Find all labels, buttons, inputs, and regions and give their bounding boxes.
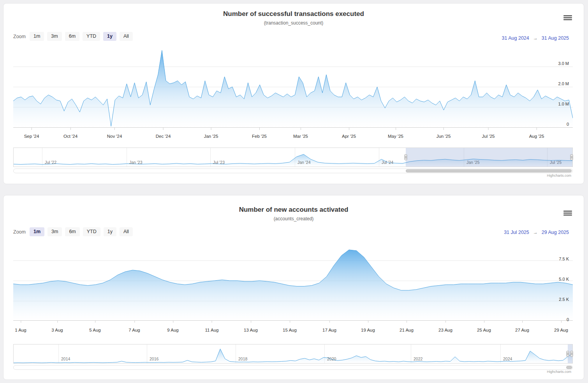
y-axis-label: 5.0 K (546, 277, 569, 281)
x-axis-label: 3 Aug (51, 328, 63, 332)
main-plot-area[interactable] (13, 46, 573, 128)
x-axis-label: 19 Aug (361, 328, 375, 332)
main-plot-area[interactable] (13, 242, 573, 321)
chart-title: Number of new accounts activated (4, 206, 584, 214)
range-from-input[interactable]: 31 Jul 2025 (504, 230, 529, 235)
chart-subtitle: (transaction_success_count) (4, 20, 584, 26)
x-axis-label: Aug '25 (529, 134, 544, 139)
navigator-label: 2016 (150, 357, 158, 361)
navigator-label: 2024 (503, 357, 512, 361)
zoom-button-1m[interactable]: 1m (30, 227, 44, 236)
date-range: 31 Jul 2025 → 29 Aug 2025 (504, 230, 569, 235)
highcharts-credits-link[interactable]: Highcharts.com (547, 370, 571, 374)
y-axis-label: 0 (546, 317, 569, 322)
navigator[interactable]: Jul '22 Jan '23 Jul '23 Jan '24 Jul '24 … (13, 148, 573, 167)
zoom-button-ytd[interactable]: YTD (83, 32, 100, 41)
zoom-button-6m[interactable]: 6m (65, 227, 79, 236)
x-axis-label: 23 Aug (438, 328, 452, 332)
y-axis-label: 2.5 K (546, 297, 569, 302)
zoom-button-6m[interactable]: 6m (65, 32, 79, 41)
x-axis-label: May '25 (388, 134, 403, 139)
x-axis-label: Nov '24 (107, 134, 122, 139)
x-axis-label: Dec '24 (156, 134, 171, 139)
navigator-label: 2022 (414, 357, 423, 361)
scrollbar-thumb[interactable] (566, 366, 572, 369)
range-arrow: → (533, 35, 538, 41)
navigator-label: Jul '24 (382, 160, 393, 165)
y-axis-label: 1.0 M (546, 102, 569, 106)
navigator-right-handle[interactable] (570, 155, 573, 160)
zoom-button-1m[interactable]: 1m (30, 32, 44, 41)
range-to-input[interactable]: 29 Aug 2025 (542, 230, 569, 235)
navigator-selected-range[interactable] (406, 148, 572, 167)
zoom-label: Zoom (13, 34, 26, 39)
navigator-label: Jan '24 (298, 160, 311, 165)
range-to-input[interactable]: 31 Aug 2025 (542, 35, 569, 41)
navigator-label: Jul '22 (45, 160, 56, 165)
chart-panel-accounts: Number of new accounts activated (accoun… (3, 195, 584, 380)
navigator-label: Jan '23 (129, 160, 143, 165)
zoom-button-1y[interactable]: 1y (104, 227, 116, 236)
x-axis-label: Jul '25 (482, 134, 495, 139)
range-from-input[interactable]: 31 Aug 2024 (502, 35, 529, 41)
y-axis-label: 2.0 M (546, 81, 569, 86)
scrollbar-track[interactable] (13, 169, 573, 173)
x-axis-label: 5 Aug (89, 328, 100, 332)
date-range: 31 Aug 2024 → 31 Aug 2025 (502, 35, 569, 41)
navigator-label: 2020 (327, 357, 336, 361)
area-series-accounts (13, 242, 573, 320)
x-axis-label: Sep '24 (24, 134, 39, 139)
range-selector: Zoom 1m 3m 6m YTD 1y All (13, 32, 136, 41)
navigator-right-handle[interactable] (570, 351, 573, 357)
x-axis-label: Jun '25 (437, 134, 451, 139)
navigator[interactable]: 2014 2016 2018 2020 2022 2024 (13, 344, 573, 364)
chart-context-menu-icon[interactable] (563, 211, 572, 216)
y-axis-label: 7.5 K (546, 257, 569, 261)
navigator-label: 2014 (61, 357, 70, 361)
x-axis-label: Feb '25 (252, 134, 267, 139)
chart-panel-transactions: Number of successful transactions execut… (3, 3, 584, 184)
navigator-label: Jul '23 (213, 160, 225, 165)
zoom-button-1y[interactable]: 1y (103, 32, 116, 41)
navigator-series (14, 344, 572, 363)
scrollbar-track[interactable] (13, 365, 573, 370)
x-axis-label: 17 Aug (322, 328, 336, 332)
y-axis-label: 3.0 M (546, 61, 569, 66)
x-axis-label: 11 Aug (205, 328, 219, 332)
area-series-transactions (13, 46, 573, 127)
zoom-button-3m[interactable]: 3m (48, 227, 62, 236)
zoom-button-3m[interactable]: 3m (47, 32, 62, 41)
scrollbar-thumb[interactable] (406, 169, 572, 172)
chart-subtitle: (accounts_created) (4, 216, 584, 221)
y-axis-label: 0 (546, 122, 569, 126)
x-axis-label: 21 Aug (400, 328, 414, 332)
x-axis-label: 25 Aug (477, 328, 491, 332)
x-axis-label: 7 Aug (129, 328, 140, 332)
chart-title: Number of successful transactions execut… (4, 10, 584, 18)
x-axis-label: 9 Aug (167, 328, 178, 332)
navigator-left-handle[interactable] (405, 155, 407, 160)
range-arrow: → (533, 230, 538, 235)
x-axis-label: 1 Aug (15, 328, 26, 332)
x-axis-label: Mar '25 (293, 134, 308, 139)
zoom-button-all[interactable]: All (120, 227, 133, 236)
zoom-button-all[interactable]: All (120, 32, 133, 41)
navigator-label: 2018 (238, 357, 247, 361)
highcharts-credits-link[interactable]: Highcharts.com (547, 174, 571, 177)
chart-context-menu-icon[interactable] (563, 15, 572, 20)
x-axis-label: 27 Aug (515, 328, 529, 332)
x-axis-label: Jan '25 (204, 134, 218, 139)
zoom-label: Zoom (13, 229, 26, 235)
x-axis-label: 15 Aug (283, 328, 297, 332)
zoom-button-ytd[interactable]: YTD (83, 227, 100, 236)
x-axis-label: 13 Aug (244, 328, 258, 332)
range-selector: Zoom 1m 3m 6m YTD 1y All (13, 227, 136, 236)
x-axis-label: 29 Aug (554, 328, 568, 332)
x-axis-label: Apr '25 (342, 134, 356, 139)
x-axis-label: Oct '24 (63, 134, 77, 139)
navigator-left-handle[interactable] (567, 351, 569, 357)
